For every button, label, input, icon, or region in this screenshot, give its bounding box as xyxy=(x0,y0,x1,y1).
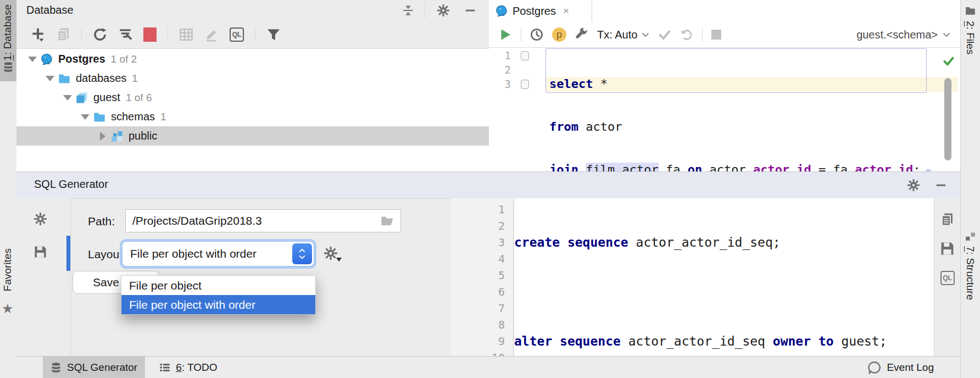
schema-selector-value: guest.<schema> xyxy=(856,29,938,41)
copy-icon[interactable] xyxy=(940,213,954,226)
sql-generator-icon xyxy=(51,362,62,373)
rollback-undo-icon xyxy=(680,28,693,41)
editor-line-numbers: 123 xyxy=(489,48,511,91)
close-tab-icon[interactable]: × xyxy=(563,5,569,17)
wrench-settings-icon[interactable] xyxy=(575,28,588,41)
sync-settings-icon[interactable] xyxy=(118,27,132,42)
expand-arrow-icon[interactable] xyxy=(24,57,41,62)
generator-settings-gear-icon[interactable] xyxy=(34,213,47,225)
chevron-up-icon xyxy=(298,248,306,253)
collapse-expand-icon[interactable] xyxy=(402,4,414,16)
layout-dropdown-menu: File per object File per object with ord… xyxy=(121,275,316,315)
tab-postgres-console[interactable]: Postgres × xyxy=(489,0,592,22)
sql-generator-form: Path: /Projects/DataGrip2018.3 Layout: F… xyxy=(70,198,450,357)
code-line[interactable]: from actor xyxy=(549,120,960,134)
sql-editor[interactable]: 123 select * from actor join film_actor … xyxy=(489,47,960,171)
toolbar-separator xyxy=(81,27,82,42)
structure-icon xyxy=(965,231,976,241)
path-input[interactable]: /Projects/DataGrip2018.3 xyxy=(125,209,401,232)
combo-stepper-icon[interactable] xyxy=(292,243,312,264)
transaction-mode-label: Tx: Auto xyxy=(597,29,637,41)
tree-row-databases[interactable]: databases 1 xyxy=(16,69,489,88)
add-datasource-icon[interactable] xyxy=(31,27,45,42)
save-icon[interactable] xyxy=(940,242,954,255)
toolbar-separator xyxy=(168,27,168,42)
database-panel-title: Database xyxy=(26,4,74,16)
preview-side-toolbar: QL xyxy=(934,198,960,357)
folder-icon xyxy=(965,5,976,16)
path-value: /Projects/DataGrip2018.3 xyxy=(132,214,262,227)
statusbar-event-log-button[interactable]: Event Log xyxy=(868,361,934,374)
fragment-pin-icon[interactable] xyxy=(521,51,529,60)
save-files-icon[interactable] xyxy=(34,246,47,258)
layout-select[interactable]: File per object with order xyxy=(122,241,314,266)
chevron-down-icon xyxy=(298,255,306,259)
settings-gear-icon[interactable] xyxy=(437,4,449,16)
layout-label: Layout: xyxy=(88,248,126,261)
toolwindow-tab-database[interactable]: 1: Database xyxy=(0,0,16,81)
dropdown-option-file-per-object-with-order[interactable]: File per object with order xyxy=(121,295,315,314)
table-view-icon xyxy=(179,27,193,42)
filter-icon[interactable] xyxy=(266,27,281,42)
open-in-console-icon[interactable]: QL xyxy=(940,271,955,285)
todo-list-icon xyxy=(159,362,170,373)
stop-icon[interactable] xyxy=(143,27,157,42)
folder-icon xyxy=(93,111,105,123)
fragment-pin-icon[interactable] xyxy=(521,80,529,89)
chevron-down-icon xyxy=(642,32,649,37)
selected-action-accent-bar xyxy=(66,236,70,271)
layout-settings-gear-icon[interactable] xyxy=(324,247,337,260)
parameters-icon[interactable]: p xyxy=(552,27,566,42)
postgres-elephant-icon xyxy=(495,5,508,17)
schema-selector[interactable]: guest.<schema> xyxy=(856,29,950,41)
tree-row-postgres[interactable]: Postgres 1 of 2 xyxy=(16,49,489,69)
sql-generator-body: Path: /Projects/DataGrip2018.3 Layout: F… xyxy=(16,198,960,357)
hide-panel-icon[interactable] xyxy=(935,179,947,191)
statusbar-sql-generator-button[interactable]: SQL Generator xyxy=(43,357,145,378)
generated-sql-preview[interactable]: 123 456 789 10 create sequence actor_act… xyxy=(450,198,934,357)
expand-arrow-icon[interactable] xyxy=(59,95,76,101)
generated-sql-code[interactable]: create sequence actor_actor_id_seq; alte… xyxy=(514,201,934,357)
sql-generator-side-toolbar xyxy=(16,198,71,357)
sql-generator-header: SQL Generator xyxy=(16,172,960,199)
right-toolwindow-strip: 2: Files 7: Structure xyxy=(960,0,980,378)
sql-console-panel: Postgres × p Tx: Auto guest.<schema> xyxy=(489,0,960,171)
database-panel: Database QL Postgres 1 of 2 xyxy=(16,0,489,171)
tab-label: Postgres xyxy=(513,5,556,18)
browse-folder-icon[interactable] xyxy=(381,214,394,227)
statusbar-sql-generator-label: SQL Generator xyxy=(67,362,137,374)
transaction-mode-select[interactable]: Tx: Auto xyxy=(597,29,649,41)
sql-code[interactable]: select * from actor join film_actor fa o… xyxy=(549,48,960,171)
tree-row-public[interactable]: public xyxy=(16,126,489,146)
code-line[interactable]: select * xyxy=(549,77,960,91)
tree-item-badge: 1 xyxy=(160,111,166,123)
toolwindow-tab-favorites-label: Favorites xyxy=(2,248,14,291)
expand-arrow-icon[interactable] xyxy=(77,114,93,120)
database-tree: Postgres 1 of 2 databases 1 guest 1 of 6… xyxy=(16,49,489,171)
expand-arrow-icon[interactable] xyxy=(42,76,58,81)
tree-row-guest[interactable]: guest 1 of 6 xyxy=(16,88,489,107)
inspection-ok-icon[interactable] xyxy=(943,55,955,67)
sql-generator-panel: SQL Generator Path: /Projects/DataGrip20… xyxy=(16,171,960,357)
settings-gear-icon[interactable] xyxy=(907,179,920,191)
tree-row-schemas[interactable]: schemas 1 xyxy=(16,107,489,126)
postgres-elephant-icon xyxy=(41,53,53,65)
code-line: create sequence actor_actor_id_seq; xyxy=(514,234,934,251)
open-console-icon[interactable]: QL xyxy=(230,27,244,42)
tree-item-label: Postgres xyxy=(58,53,105,65)
datagrip-window: 1: Database Favorites ★ Database QL xyxy=(0,0,980,378)
dropdown-option-file-per-object[interactable]: File per object xyxy=(121,276,315,295)
code-line[interactable]: join film_actor fa on actor.actor_id = f… xyxy=(549,163,960,171)
layout-select-value: File per object with order xyxy=(130,247,257,260)
history-clock-icon[interactable] xyxy=(530,28,543,41)
editor-scrollbar[interactable] xyxy=(944,78,951,160)
left-toolwindow-strip: 1: Database Favorites ★ xyxy=(0,0,17,378)
run-icon[interactable] xyxy=(499,28,512,41)
hide-panel-icon[interactable] xyxy=(464,4,476,16)
collapsed-arrow-icon[interactable] xyxy=(94,132,111,141)
tree-item-badge: 1 xyxy=(132,73,138,85)
tree-item-label: schemas xyxy=(111,110,155,123)
database-toolbar: QL xyxy=(16,21,489,49)
statusbar-todo-button[interactable]: 6: TODO xyxy=(159,362,217,374)
refresh-icon[interactable] xyxy=(93,27,107,42)
